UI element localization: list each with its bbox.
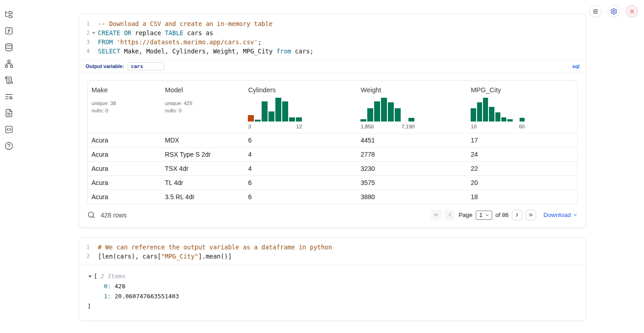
- line-number: 4: [79, 47, 90, 56]
- chevron-down-icon: [573, 212, 578, 217]
- table-row[interactable]: AcuraTSX 4dr4323022: [88, 162, 577, 176]
- chevrons-right-icon: [528, 212, 534, 218]
- total-pages-label: of 86: [495, 211, 509, 218]
- table-cell: 2778: [357, 148, 467, 162]
- sql-code-editor[interactable]: 1-- Download a CSV and create an in-memo…: [79, 14, 586, 60]
- table-header-row: Makeunique: 38nulls: 0Modelunique: 425nu…: [88, 81, 577, 133]
- histogram-cylinders[interactable]: [248, 98, 302, 122]
- json-tree-output: [ 2 Items 0: 4281: 20.060747663551403 ]: [87, 271, 578, 312]
- table-cell: 20: [467, 176, 577, 190]
- line-number: 2: [79, 28, 90, 37]
- table-body: AcuraMDX6445117AcuraRSX Type S 2dr427782…: [88, 133, 577, 204]
- table-cell: Acura: [88, 162, 161, 176]
- table-cell: Acura: [88, 176, 161, 190]
- chevron-left-icon: [447, 212, 453, 218]
- chevron-right-icon: [514, 212, 520, 218]
- histogram-mpg_city[interactable]: [471, 98, 525, 122]
- table-cell: TSX 4dr: [161, 162, 245, 176]
- code-line: 1-- Download a CSV and create an in-memo…: [79, 19, 586, 28]
- page-label: Page: [458, 211, 472, 218]
- prev-page-button[interactable]: [445, 210, 455, 220]
- code-square-icon: [5, 125, 13, 134]
- topbar-actions: [589, 5, 638, 17]
- file-text-icon: [5, 109, 13, 117]
- table-cell: Acura: [88, 190, 161, 204]
- table-cell: 3575: [357, 176, 467, 190]
- code-line: 4SELECT Make, Model, Cylinders, Weight, …: [79, 47, 586, 56]
- output-variable-input[interactable]: [128, 62, 164, 70]
- sidebar-item-help[interactable]: [5, 142, 13, 150]
- table-cell: 4: [244, 148, 357, 162]
- page-select-value: 1: [479, 211, 483, 218]
- table-cell: Acura: [88, 133, 161, 148]
- chevrons-left-icon: [433, 212, 439, 218]
- table-row[interactable]: Acura3.5 RL 4dr6388018: [88, 190, 577, 204]
- pagination: Page 1 of 86: [431, 210, 536, 220]
- settings-button[interactable]: [607, 5, 620, 17]
- table-cell: 17: [467, 133, 577, 148]
- data-table: Makeunique: 38nulls: 0Modelunique: 425nu…: [87, 80, 578, 204]
- shutdown-x-icon: [629, 8, 635, 15]
- column-header-make[interactable]: Makeunique: 38nulls: 0: [88, 81, 161, 133]
- column-header-weight[interactable]: Weight1,8507,190: [357, 81, 467, 133]
- table-row[interactable]: AcuraMDX6445117: [88, 133, 577, 148]
- sidebar-item-scratchpad[interactable]: [5, 26, 13, 35]
- row-count-label: 428 rows: [101, 211, 127, 219]
- column-header-cylinders[interactable]: Cylinders312: [244, 81, 357, 133]
- table-row[interactable]: AcuraRSX Type S 2dr4277824: [88, 148, 577, 162]
- table-cell: 4451: [357, 133, 467, 148]
- notebook-main: 1-- Download a CSV and create an in-memo…: [79, 0, 586, 321]
- text-search-icon: [5, 92, 13, 101]
- tree-open-bracket: [: [94, 271, 97, 281]
- sidebar-item-dependencies[interactable]: [5, 59, 13, 68]
- output-variable-label: Output variable:: [86, 63, 124, 69]
- first-page-button[interactable]: [431, 210, 441, 220]
- code-line: 2CREATE OR replace TABLE cars as: [79, 28, 586, 37]
- table-search-button[interactable]: [87, 211, 95, 219]
- sidebar-item-files[interactable]: [5, 10, 13, 19]
- sidebar-item-code[interactable]: [5, 125, 13, 134]
- python-cell-output: [ 2 Items 0: 4281: 20.060747663551403 ]: [79, 265, 586, 321]
- table-row[interactable]: AcuraTL 4dr6357520: [88, 176, 577, 190]
- table-cell: Acura: [88, 148, 161, 162]
- table-cell: 6: [244, 133, 357, 148]
- line-number: 2: [79, 252, 90, 261]
- column-header-model[interactable]: Modelunique: 425nulls: 0: [161, 81, 245, 133]
- table-cell: 18: [467, 190, 577, 204]
- code-line: 2[len(cars), cars["MPG_City"].mean()]: [79, 252, 586, 261]
- table-footer: 428 rows Page 1 of 86: [79, 204, 586, 227]
- page-select[interactable]: 1: [476, 211, 492, 220]
- output-variable-row: Output variable: sql: [79, 60, 586, 73]
- database-icon: [5, 43, 13, 52]
- table-cell: 6: [244, 190, 357, 204]
- table-cell: 4: [244, 162, 357, 176]
- histogram-weight[interactable]: [360, 98, 414, 122]
- table-cell: 6: [244, 176, 357, 190]
- sidebar-item-datasources[interactable]: [5, 43, 13, 52]
- code-line: 1# We can reference the output variable …: [79, 243, 586, 252]
- tree-items-count: 2 Items: [101, 271, 126, 281]
- notebook-menu-button[interactable]: [589, 5, 601, 17]
- sidebar-item-documentation[interactable]: [5, 109, 13, 117]
- download-button[interactable]: Download: [543, 211, 578, 218]
- tree-entry: 0: 428: [104, 281, 578, 291]
- collapse-chevron-icon[interactable]: [87, 275, 93, 278]
- function-square-icon: [5, 26, 13, 35]
- next-page-button[interactable]: [512, 210, 522, 220]
- left-panel-sidebar: [5, 10, 13, 150]
- table-cell: RSX Type S 2dr: [161, 148, 245, 162]
- python-cell: 1# We can reference the output variable …: [79, 237, 586, 321]
- sidebar-item-snippets[interactable]: [5, 92, 13, 101]
- scroll-text-icon: [5, 76, 13, 85]
- menu-icon: [592, 8, 599, 15]
- last-page-button[interactable]: [526, 210, 536, 220]
- sidebar-item-logs[interactable]: [5, 76, 13, 85]
- language-badge: sql: [572, 63, 580, 69]
- column-header-mpg_city[interactable]: MPG_City1060: [467, 81, 577, 133]
- search-icon: [87, 211, 95, 219]
- line-number: 1: [79, 19, 90, 28]
- shutdown-button[interactable]: [626, 5, 638, 17]
- chevron-down-icon: [485, 213, 489, 217]
- python-code-editor[interactable]: 1# We can reference the output variable …: [79, 238, 586, 265]
- fold-chevron-icon[interactable]: [92, 32, 96, 34]
